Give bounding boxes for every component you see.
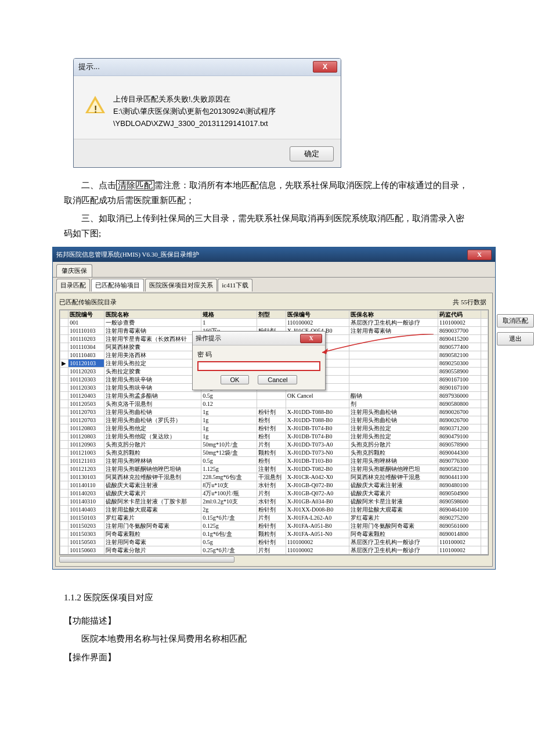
table-row[interactable]: 101150303阿奇霉素颗粒0.1g*6包/盒颗粒剂X-J01FA-A051-… [60, 530, 488, 538]
table-cell: 110100002 [286, 319, 349, 327]
table-row[interactable]: 101140203硫酸庆大霉素片4万u*100片/瓶片剂X-J01GB-Q072… [60, 489, 488, 498]
table-cell [60, 489, 68, 498]
tab-mulupipei[interactable]: 目录匹配 [56, 279, 90, 291]
ok-button[interactable]: OK [221, 375, 250, 384]
table-cell: 注射用头孢曲松钠（罗氏芬） [104, 416, 201, 424]
table-cell [60, 506, 68, 514]
horizontal-scrollbar[interactable] [59, 555, 489, 563]
table-cell [481, 376, 488, 384]
table-cell: X-J01DD-T073-N0 [286, 449, 349, 457]
table-cell [60, 530, 68, 538]
table-cell: 罗红霉素片 [104, 514, 201, 522]
table-cell: 注射用头孢拉定 [349, 433, 438, 441]
table-cell [60, 351, 68, 359]
table-row[interactable]: 101150603阿奇霉素分散片0.25g*6片/盒片剂110100002基层医… [60, 546, 488, 555]
table-cell: 颗粒剂 [257, 449, 286, 457]
table-row[interactable]: 101140310硫酸阿米卡星注射液（丁胺卡那2ml:0.2g*10支水针剂X-… [60, 498, 488, 506]
table-cell [60, 498, 68, 506]
table-cell [60, 514, 68, 522]
table-header[interactable] [60, 311, 68, 319]
table-cell [60, 384, 68, 392]
table-cell: 8690582100 [438, 465, 481, 473]
table-cell: 1g [201, 416, 257, 424]
table-cell [481, 481, 488, 489]
table-cell: 8690558900 [438, 368, 481, 376]
table-cell [60, 416, 68, 424]
table-header[interactable] [481, 311, 488, 319]
table-header[interactable]: 医保编号 [286, 311, 349, 319]
table-cell: 0.5g [201, 538, 257, 546]
table-header[interactable]: 医院名称 [104, 311, 201, 319]
table-row[interactable]: 101130103阿莫西林克拉维酸钾干混悬剂228.5mg*6包/盒干混悬剂X-… [60, 473, 488, 481]
exit-button[interactable]: 退出 [497, 332, 534, 345]
table-cell: 50mg*10片/盒 [201, 441, 257, 449]
table-row[interactable]: 101120403注射用头孢孟多酯钠0.5gOK Cancel酯钠8697936… [60, 392, 488, 400]
dialog-title: 提示... [78, 60, 100, 73]
table-cell: 粉针剂 [257, 424, 286, 433]
table-row[interactable]: 101120703注射用头孢曲松钠1g粉针剂X-J01DD-T088-B0注射用… [60, 408, 488, 416]
table-cell [286, 400, 349, 408]
table-row[interactable]: 001一般诊查费1110100002基层医疗卫生机构一般诊疗110100002 [60, 319, 488, 327]
table-cell: X-J01DD-T082-B0 [286, 465, 349, 473]
table-row[interactable]: 101140110硫酸庆大霉素注射液8万u*10支水针剂X-J01GB-Q072… [60, 481, 488, 489]
close-icon[interactable]: X [300, 334, 322, 343]
table-row[interactable]: 101150103罗红霉素片0.15g*6片/盒片剂X-J01FA-L262-A… [60, 514, 488, 522]
table-cell: 101110103 [68, 327, 104, 335]
table-cell: 8690250300 [438, 359, 481, 368]
table-row[interactable]: 101121003头孢克肟颗粒50mg*12袋/盒颗粒剂X-J01DD-T073… [60, 449, 488, 457]
upload-fail-dialog-screenshot: 提示... X ! 上传目录匹配关系失败!,失败原因在 E:\测试\肇庆医保测试… [73, 58, 470, 168]
table-cell: 101120103 [68, 359, 104, 368]
table-cell [349, 368, 438, 376]
table-cell [481, 522, 488, 530]
table-cell: 头孢拉定胶囊 [104, 368, 201, 376]
table-row[interactable]: 101150203注射用门冬氨酸阿奇霉素0.125g粉针剂X-J01FA-A05… [60, 522, 488, 530]
table-cell: X-J01XX-D008-B0 [286, 506, 349, 514]
ok-button[interactable]: 确定 [290, 146, 334, 161]
table-cell: 片剂 [257, 546, 286, 555]
table-cell: 注射用头孢呋辛钠 [104, 384, 201, 392]
table-cell [60, 319, 68, 327]
table-row[interactable]: 101120803注射用头孢他啶（复达欣）1g粉剂X-J01DB-T074-B0… [60, 433, 488, 441]
table-row[interactable]: 101121103注射用头孢唑林钠0.5g粉剂X-J01DB-T103-B0注射… [60, 457, 488, 465]
table-cell: 8690275200 [438, 514, 481, 522]
outer-tab-zhaoqing[interactable]: 肇庆医保 [56, 264, 92, 277]
table-row[interactable]: 101120903头孢克肟分散片50mg*10片/盒片剂X-J01DD-T073… [60, 441, 488, 449]
table-cell [481, 457, 488, 465]
table-cell [60, 376, 68, 384]
table-row[interactable]: 101120503头孢克洛干混悬剂0.12剂8690580800 [60, 400, 488, 408]
table-header[interactable]: 剂型 [257, 311, 286, 319]
password-input[interactable] [197, 361, 320, 371]
hmis-app-screenshot: 拓邦医院信息管理系统(HMIS) V6.30_医保目录维护 X 肇庆医保 目录匹… [52, 247, 470, 570]
cancel-match-button[interactable]: 取消匹配 [497, 314, 534, 327]
table-row[interactable]: 101120703注射用头孢曲松钠（罗氏芬）1g粉剂X-J01DD-T088-B… [60, 416, 488, 424]
table-row[interactable]: 101120803注射用头孢他定1g粉针剂X-J01DB-T074-B0注射用头… [60, 424, 488, 433]
close-icon[interactable]: X [467, 250, 492, 260]
table-cell: 注射用头孢唑林钠 [349, 457, 438, 465]
list-title: 已匹配传输医院目录 [59, 297, 117, 308]
table-row[interactable]: 101150503注射用阿奇霉素0.5g粉针剂110100002基层医疗卫生机构… [60, 538, 488, 546]
table-header[interactable]: 规格 [201, 311, 257, 319]
table-cell: 101110304 [68, 343, 104, 351]
tab-yipipei[interactable]: 已匹配待输项目 [91, 279, 144, 291]
table-header[interactable]: 医院编号 [68, 311, 104, 319]
table-cell: 注射用头孢哌酮钠他唑巴坦 [349, 465, 438, 473]
table-cell: 阿奇霉素分散片 [104, 546, 201, 555]
table-cell: 110100002 [438, 546, 481, 555]
table-row[interactable]: 101121203注射用头孢哌酮钠他唑巴坦钠1.125g注射剂X-J01DD-T… [60, 465, 488, 473]
password-label: 密 码 [197, 349, 320, 360]
table-cell: 粉针剂 [257, 522, 286, 530]
tab-yiyuanyibao[interactable]: 医院医保项目对应关系 [145, 279, 217, 291]
table-cell [481, 408, 488, 416]
password-dialog-title: 操作提示 [196, 333, 221, 344]
table-row[interactable]: 101140403注射用盐酸大观霉素2g粉针剂X-J01XX-D008-B0注射… [60, 506, 488, 514]
table-cell: 片剂 [257, 489, 286, 498]
cancel-button[interactable]: Cancel [258, 375, 297, 384]
table-cell [349, 351, 438, 359]
table-cell [60, 392, 68, 400]
table-cell: X-J01FA-A051-N0 [286, 530, 349, 538]
tab-ic411[interactable]: ic411下载 [218, 279, 252, 291]
table-header[interactable]: 医保名称 [349, 311, 438, 319]
table-header[interactable]: 药监代码 [438, 311, 481, 319]
close-icon[interactable]: X [313, 61, 337, 73]
table-cell: 阿莫西林克拉维酸钾干混悬 [349, 473, 438, 481]
